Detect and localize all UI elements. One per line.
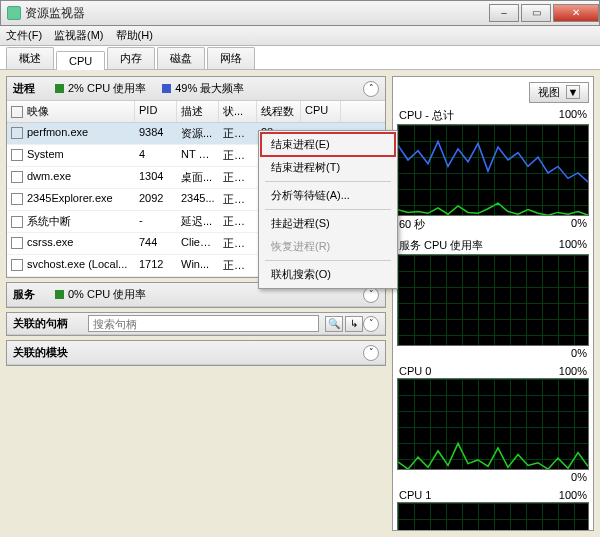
menu-end-tree[interactable]: 结束进程树(T) xyxy=(261,156,395,179)
services-title: 服务 xyxy=(13,287,35,302)
maximize-button[interactable]: ▭ xyxy=(521,4,551,22)
graph-min: 0% xyxy=(571,217,587,232)
col-cpu[interactable]: CPU xyxy=(301,101,341,122)
search-icon[interactable]: 🔍 xyxy=(325,316,343,332)
tab-strip: 概述 CPU 内存 磁盘 网络 xyxy=(0,46,600,70)
col-status[interactable]: 状... xyxy=(219,101,257,122)
freq-stat: 49% 最大频率 xyxy=(162,81,244,96)
window-title: 资源监视器 xyxy=(25,5,487,22)
graph-2: CPU 0100%0% xyxy=(397,364,589,484)
menubar: 文件(F) 监视器(M) 帮助(H) xyxy=(0,26,600,46)
square-icon xyxy=(162,84,171,93)
graphs-header: 视图 ▼ xyxy=(397,81,589,103)
checkbox-all[interactable] xyxy=(11,106,23,118)
checkbox[interactable] xyxy=(11,216,23,228)
graph-canvas xyxy=(397,378,589,470)
cpu-usage-stat: 2% CPU 使用率 xyxy=(55,81,146,96)
handles-section: 关联的句柄 🔍 ↳ ˅ xyxy=(6,312,386,336)
graph-canvas xyxy=(397,124,589,216)
menu-file[interactable]: 文件(F) xyxy=(6,28,42,43)
handles-header[interactable]: 关联的句柄 🔍 ↳ ˅ xyxy=(7,313,385,335)
separator xyxy=(265,181,391,182)
menu-monitor[interactable]: 监视器(M) xyxy=(54,28,104,43)
graph-1: 服务 CPU 使用率100%0% xyxy=(397,237,589,360)
minimize-button[interactable]: – xyxy=(489,4,519,22)
graph-max: 100% xyxy=(559,108,587,123)
menu-search-online[interactable]: 联机搜索(O) xyxy=(261,263,395,286)
checkbox[interactable] xyxy=(11,127,23,139)
col-image[interactable]: 映像 xyxy=(27,105,49,117)
menu-suspend[interactable]: 挂起进程(S) xyxy=(261,212,395,235)
tab-cpu[interactable]: CPU xyxy=(56,51,105,70)
titlebar: 资源监视器 – ▭ ✕ xyxy=(0,0,600,26)
checkbox[interactable] xyxy=(11,171,23,183)
menu-resume: 恢复进程(R) xyxy=(261,235,395,258)
context-menu: 结束进程(E) 结束进程树(T) 分析等待链(A)... 挂起进程(S) 恢复进… xyxy=(258,130,398,289)
col-desc[interactable]: 描述 xyxy=(177,101,219,122)
checkbox[interactable] xyxy=(11,259,23,271)
col-pid[interactable]: PID xyxy=(135,101,177,122)
separator xyxy=(265,209,391,210)
checkbox[interactable] xyxy=(11,149,23,161)
graph-0: CPU - 总计100%60 秒0% xyxy=(397,107,589,233)
graph-title: CPU 0 xyxy=(399,365,431,377)
graph-min: 0% xyxy=(571,347,587,359)
processes-header[interactable]: 进程 2% CPU 使用率 49% 最大频率 ˄ xyxy=(7,77,385,101)
tab-memory[interactable]: 内存 xyxy=(107,47,155,69)
graph-canvas xyxy=(397,502,589,531)
graph-canvas xyxy=(397,254,589,346)
app-icon xyxy=(7,6,21,20)
search-go-icon[interactable]: ↳ xyxy=(345,316,363,332)
square-icon xyxy=(55,290,64,299)
search-input[interactable] xyxy=(88,315,319,332)
expand-icon[interactable]: ˅ xyxy=(363,345,379,361)
menu-analyze-wait[interactable]: 分析等待链(A)... xyxy=(261,184,395,207)
tab-overview[interactable]: 概述 xyxy=(6,47,54,69)
graph-3: CPU 1100%0% xyxy=(397,488,589,531)
view-button[interactable]: 视图 ▼ xyxy=(529,82,589,103)
graph-min: 0% xyxy=(571,471,587,483)
collapse-icon[interactable]: ˄ xyxy=(363,81,379,97)
graph-max: 100% xyxy=(559,365,587,377)
menu-help[interactable]: 帮助(H) xyxy=(116,28,153,43)
window-buttons: – ▭ ✕ xyxy=(487,4,599,22)
dropdown-icon[interactable]: ▼ xyxy=(566,85,580,99)
checkbox[interactable] xyxy=(11,237,23,249)
tab-network[interactable]: 网络 xyxy=(207,47,255,69)
expand-icon[interactable]: ˅ xyxy=(363,316,379,332)
processes-title: 进程 xyxy=(13,81,35,96)
services-stat: 0% CPU 使用率 xyxy=(55,287,146,302)
graph-xlabel: 60 秒 xyxy=(399,217,425,232)
checkbox[interactable] xyxy=(11,193,23,205)
graphs-panel: 视图 ▼ CPU - 总计100%60 秒0%服务 CPU 使用率100%0%C… xyxy=(392,76,594,531)
col-threads[interactable]: 线程数 xyxy=(257,101,301,122)
graph-title: 服务 CPU 使用率 xyxy=(399,238,483,253)
separator xyxy=(265,260,391,261)
modules-section: 关联的模块 ˅ xyxy=(6,340,386,366)
graph-title: CPU - 总计 xyxy=(399,108,454,123)
square-icon xyxy=(55,84,64,93)
handles-title: 关联的句柄 xyxy=(13,316,68,331)
tab-disk[interactable]: 磁盘 xyxy=(157,47,205,69)
graph-max: 100% xyxy=(559,238,587,253)
modules-header[interactable]: 关联的模块 ˅ xyxy=(7,341,385,365)
close-button[interactable]: ✕ xyxy=(553,4,599,22)
menu-end-process[interactable]: 结束进程(E) xyxy=(261,133,395,156)
modules-title: 关联的模块 xyxy=(13,345,68,360)
graph-title: CPU 1 xyxy=(399,489,431,501)
graph-max: 100% xyxy=(559,489,587,501)
